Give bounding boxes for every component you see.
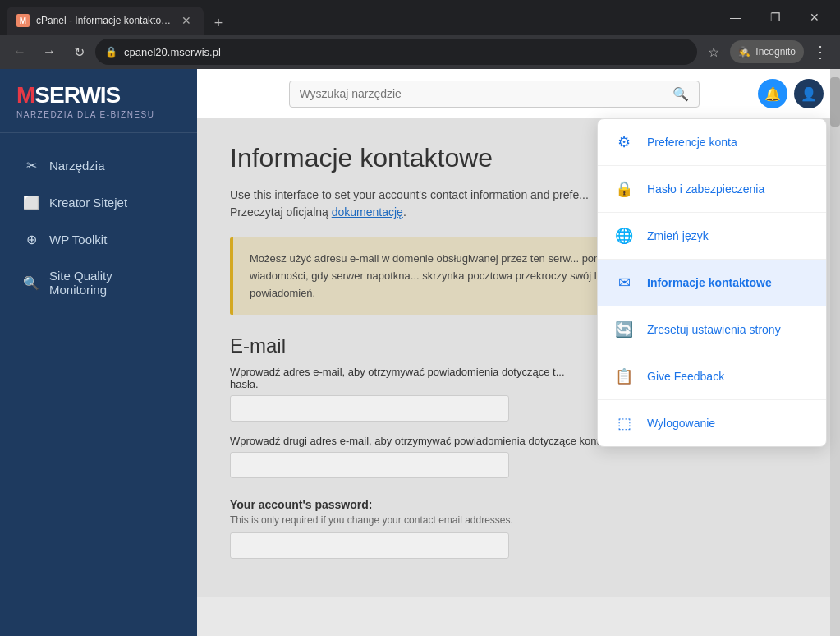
menu-label: Zmień język [647,229,709,242]
menu-item-wylogowanie[interactable]: ⬚ Wylogowanie [598,400,826,446]
menu-item-informacje-kontaktowe[interactable]: ✉ Informacje kontaktowe [598,260,826,306]
tab-title: cPanel - Informacje kontaktowe [36,15,172,26]
sidebar-logo: MSERWIS NARZĘDZIA DLA E-BIZNESU [0,69,197,133]
sidebar-item-wp-toolkit[interactable]: ⊕ WP Toolkit [7,222,190,257]
close-button[interactable]: ✕ [796,3,833,31]
sidebar-item-label: Kreator Sitejet [49,196,127,210]
menu-label: Hasło i zabezpieczenia [647,182,764,196]
search-icon: 🔍 [672,86,689,102]
incognito-icon: 🕵 [738,46,750,58]
tab-bar: M cPanel - Informacje kontaktowe ✕ + [7,0,712,35]
email-input-1[interactable] [230,395,509,422]
page-layout: MSERWIS NARZĘDZIA DLA E-BIZNESU ✂ Narzęd… [0,69,840,636]
maximize-button[interactable]: ❐ [756,3,794,31]
lock-icon: 🔒 [105,46,117,58]
address-bar-row: ← → ↻ 🔒 cpanel20.mserwis.pl ☆ 🕵 Incognit… [0,35,840,69]
dokumentacje-link[interactable]: dokumentację [332,205,403,219]
minimize-button[interactable]: — [717,3,755,31]
logout-icon: ⬚ [614,413,634,433]
refresh-button[interactable]: ↻ [66,39,92,65]
password-input[interactable] [230,532,509,559]
bookmark-button[interactable]: ☆ [700,39,727,65]
page-description-text2: Przeczytaj oficjalną [230,205,332,219]
logo: MSERWIS [16,82,181,108]
menu-item-give-feedback[interactable]: 📋 Give Feedback [598,353,826,400]
tool-icon: ✂ [23,158,39,173]
page-description-period: . [403,205,406,219]
password-hint: This is only required if you change your… [230,514,807,526]
address-bar[interactable]: 🔒 cpanel20.mserwis.pl [95,39,697,65]
notifications-button[interactable]: 🔔 [758,79,787,108]
menu-item-haslo-i-zabezpieczenia[interactable]: 🔒 Hasło i zabezpieczenia [598,166,826,213]
gear-icon: ⚙ [614,132,634,152]
menu-label: Wylogowanie [647,417,715,430]
reset-icon: 🔄 [614,320,634,339]
incognito-label: Incognito [755,46,796,58]
sidebar-item-label: Narzędzia [49,159,105,173]
menu-label: Informacje kontaktowe [647,276,772,289]
active-tab[interactable]: M cPanel - Informacje kontaktowe ✕ [7,7,204,35]
sidebar-item-narzedzia[interactable]: ✂ Narzędzia [7,148,190,183]
header-icons: 🔔 👤 [758,79,824,108]
cpanel-header: 🔍 🔔 👤 [197,69,840,118]
logo-serwis: SERWIS [34,82,120,108]
sitejet-icon: ⬜ [23,195,39,210]
browser-chrome: M cPanel - Informacje kontaktowe ✕ + — ❐… [0,0,840,35]
tab-favicon: M [16,14,30,27]
main-content: 🔍 🔔 👤 Informacje kontaktowe Use this int… [197,69,840,636]
user-menu-button[interactable]: 👤 [794,79,824,108]
dropdown-menu: ⚙ Preferencje konta 🔒 Hasło i zabezpiecz… [597,118,827,447]
logo-tagline: NARZĘDZIA DLA E-BIZNESU [16,110,181,119]
sidebar-item-kreator-sitejet[interactable]: ⬜ Kreator Sitejet [7,185,190,220]
feedback-icon: 📋 [614,366,634,386]
wp-icon: ⊕ [23,232,39,247]
address-text: cpanel20.mserwis.pl [124,46,687,58]
page-description-text: Use this interface to set your account's… [230,188,589,201]
sidebar-item-site-quality-monitoring[interactable]: 🔍 Site QualityMonitoring [7,259,190,306]
sidebar: MSERWIS NARZĘDZIA DLA E-BIZNESU ✂ Narzęd… [0,69,197,636]
logo-m: M [16,82,34,108]
email-input-2[interactable] [230,452,509,478]
menu-label: Give Feedback [647,370,724,383]
menu-label: Preferencje konta [647,136,737,149]
search-icon: 🔍 [23,275,39,291]
back-button[interactable]: ← [7,39,33,65]
incognito-button[interactable]: 🕵 Incognito [730,40,804,63]
menu-label: Zresetuj ustawienia strony [647,323,781,336]
menu-item-preferencje-konta[interactable]: ⚙ Preferencje konta [598,119,826,166]
window-controls: — ❐ ✕ [717,3,833,31]
new-tab-button[interactable]: + [207,12,230,35]
sidebar-nav: ✂ Narzędzia ⬜ Kreator Sitejet ⊕ WP Toolk… [0,133,197,636]
tab-close-button[interactable]: ✕ [179,13,194,28]
lock-icon: 🔒 [614,179,634,199]
search-input[interactable] [300,87,666,100]
sidebar-item-label: Site QualityMonitoring [49,269,112,297]
sidebar-item-label: WP Toolkit [49,233,107,247]
menu-item-zresetuj-ustawienia-strony[interactable]: 🔄 Zresetuj ustawienia strony [598,306,826,353]
search-bar[interactable]: 🔍 [289,81,700,108]
menu-item-zmien-jezyk[interactable]: 🌐 Zmień język [598,213,826,260]
email-icon: ✉ [614,273,634,293]
language-icon: 🌐 [614,226,634,246]
scrollbar-thumb[interactable] [830,77,840,127]
forward-button[interactable]: → [36,39,62,65]
more-options-button[interactable]: ⋮ [807,39,833,65]
password-label: Your account's password: [230,498,807,511]
scrollbar[interactable] [830,69,840,636]
